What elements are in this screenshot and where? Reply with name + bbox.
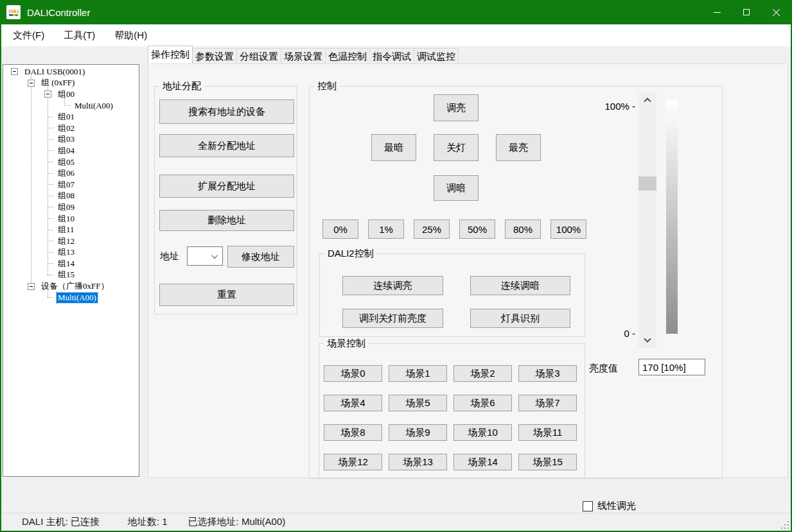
dali2-action-button[interactable]: 连续调暗 [470, 276, 570, 295]
tree-collapse-icon[interactable] [28, 283, 35, 290]
scene-button[interactable]: 场景4 [324, 395, 382, 411]
brighten-button[interactable]: 调亮 [434, 94, 479, 121]
chevron-down-icon [644, 336, 651, 343]
tree-item[interactable]: 组09 [3, 202, 139, 213]
tree-item-label: 组09 [57, 202, 76, 213]
scrollbar-up-button[interactable] [638, 94, 656, 105]
lamp-off-button[interactable]: 关灯 [434, 134, 479, 161]
tree-item[interactable]: 设备（广播0xFF） [3, 280, 139, 292]
scene-button[interactable]: 场景1 [389, 365, 447, 382]
scene-button[interactable]: 场景0 [324, 365, 382, 382]
percent-button[interactable]: 80% [505, 219, 541, 239]
tab[interactable]: 分组设置 [236, 48, 281, 64]
scene-button[interactable]: 场景3 [518, 365, 577, 382]
scene-button[interactable]: 场景2 [453, 365, 512, 382]
tab[interactable]: 色温控制 [325, 48, 370, 64]
address-action-button[interactable]: 删除地址 [159, 210, 294, 231]
tree-item[interactable]: 组10 [3, 213, 139, 225]
device-tree-panel[interactable]: DALI USB(0001)组 (0xFF)组00Multi(A00)组01组0… [3, 64, 139, 477]
tree-item-label: 设备（广播0xFF） [40, 280, 110, 292]
scene-button[interactable]: 场景13 [389, 454, 447, 470]
tree-item[interactable]: 组01 [3, 111, 139, 123]
tree-item[interactable]: 组 (0xFF) [3, 78, 139, 89]
tree-item[interactable]: 组03 [3, 134, 139, 146]
tree-collapse-icon[interactable] [28, 80, 35, 87]
tab[interactable]: 调试监控 [414, 48, 459, 64]
tree-item-label: 组05 [57, 157, 76, 168]
tree-item[interactable]: 组12 [3, 236, 139, 247]
scene-buttons: 场景0场景1场景2场景3场景4场景5场景6场景7场景8场景9场景10场景11场景… [324, 365, 577, 470]
address-allocation-group: 地址分配 搜索有地址的设备全新分配地址扩展分配地址删除地址 地址 修改地址 重置 [154, 86, 297, 314]
tree-connector-stub [48, 297, 53, 298]
tree-collapse-icon[interactable] [44, 90, 51, 98]
tab[interactable]: 参数设置 [192, 48, 237, 64]
tab[interactable]: 场景设置 [281, 48, 326, 64]
brightness-value-field[interactable]: 170 [10%] [638, 359, 705, 375]
minimize-button[interactable] [702, 0, 732, 24]
maximize-button[interactable] [732, 0, 761, 24]
close-button[interactable] [761, 0, 791, 24]
tree-item[interactable]: 组08 [3, 191, 139, 202]
scene-button[interactable]: 场景6 [453, 395, 512, 411]
brightness-scrollbar[interactable] [638, 92, 656, 348]
tree-item[interactable]: 组15 [3, 270, 139, 281]
percent-button[interactable]: 0% [322, 219, 358, 239]
tree-item[interactable]: 组05 [3, 157, 139, 168]
scene-button[interactable]: 场景15 [518, 454, 577, 470]
scrollbar-thumb[interactable] [638, 176, 656, 191]
menu-item[interactable]: 工具(T) [56, 27, 103, 44]
tree-item[interactable]: 组02 [3, 123, 139, 134]
dali2-control-group: DALI2控制 连续调亮连续调暗调到关灯前亮度灯具识别 [319, 253, 585, 337]
darkest-button[interactable]: 最暗 [371, 134, 416, 161]
scrollbar-down-button[interactable] [638, 335, 656, 347]
tree-connector-stub [48, 275, 53, 275]
tab[interactable]: 操作控制 [148, 46, 193, 64]
tree-collapse-icon[interactable] [11, 68, 18, 75]
tree-item[interactable]: 组14 [3, 258, 139, 270]
linear-dimming-checkbox[interactable] [583, 501, 593, 511]
status-item: DALI 主机: 已连接 [22, 516, 100, 528]
percent-button[interactable]: 100% [550, 219, 586, 239]
tree-item[interactable]: 组13 [3, 247, 139, 259]
reset-button[interactable]: 重置 [159, 284, 294, 306]
resize-grip-icon[interactable] [781, 521, 789, 529]
tree-item[interactable]: 组00 [3, 89, 139, 100]
scene-button[interactable]: 场景8 [324, 424, 382, 441]
scene-button[interactable]: 场景14 [453, 454, 512, 470]
menu-item[interactable]: 帮助(H) [107, 27, 155, 44]
dali2-action-button[interactable]: 调到关灯前亮度 [342, 309, 443, 328]
tree-item-label: 组08 [57, 190, 76, 202]
scene-button[interactable]: 场景5 [389, 395, 447, 411]
brightest-button[interactable]: 最亮 [496, 134, 541, 161]
address-action-button[interactable]: 扩展分配地址 [159, 175, 294, 198]
modify-address-button[interactable]: 修改地址 [227, 246, 294, 268]
percent-button[interactable]: 1% [368, 219, 404, 239]
tree-item[interactable]: 组11 [3, 224, 139, 236]
menu-item[interactable]: 文件(F) [5, 27, 52, 44]
percent-button[interactable]: 25% [414, 219, 450, 239]
address-combobox[interactable] [187, 246, 223, 266]
scene-button[interactable]: 场景7 [518, 395, 577, 411]
address-action-button[interactable]: 全新分配地址 [159, 134, 294, 157]
address-action-button[interactable]: 搜索有地址的设备 [159, 99, 294, 124]
tree-item[interactable]: 组06 [3, 167, 139, 179]
scene-button[interactable]: 场景12 [324, 454, 382, 470]
dali2-action-button[interactable]: 灯具识别 [470, 309, 570, 328]
scene-button[interactable]: 场景11 [518, 424, 577, 441]
scene-button[interactable]: 场景10 [453, 424, 512, 441]
chevron-down-icon [211, 252, 218, 259]
tree-item[interactable]: 组07 [3, 179, 139, 191]
tree-item[interactable]: DALI USB(0001) [3, 66, 139, 78]
tree-connector-stub [48, 117, 53, 117]
tab[interactable]: 指令调试 [369, 48, 414, 64]
window-title: DALIController [27, 7, 702, 18]
percent-button[interactable]: 50% [459, 219, 495, 239]
dali2-action-button[interactable]: 连续调亮 [342, 276, 443, 295]
tree-item[interactable]: Multi(A00) [3, 100, 139, 112]
tree-connector-stub [48, 162, 53, 162]
scene-button[interactable]: 场景9 [389, 424, 447, 441]
tree-item[interactable]: Multi(A00) [3, 292, 139, 304]
dim-button[interactable]: 调暗 [434, 175, 479, 201]
tree-item[interactable]: 组04 [3, 145, 139, 157]
tree-item-label: 组03 [57, 133, 76, 145]
